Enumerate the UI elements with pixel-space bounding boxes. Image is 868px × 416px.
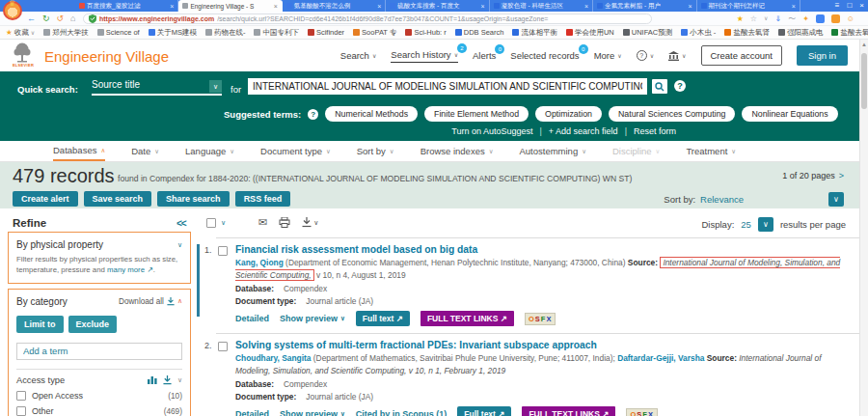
filter-databases[interactable]: Databases∧ xyxy=(53,141,105,161)
full-text-links-button[interactable]: FULL TEXT LINKS ↗ xyxy=(522,406,615,416)
bookmark-item[interactable]: Sci-Hub: r xyxy=(405,28,446,37)
suggested-term-pill[interactable]: Natural Sciences Computing xyxy=(609,106,735,122)
search-field-select[interactable]: Source title ∨ xyxy=(92,79,222,96)
chevron-down-icon[interactable]: ∨ xyxy=(177,376,182,384)
exclude-button[interactable]: Exclude xyxy=(68,316,118,333)
suggested-term-pill[interactable]: Numerical Methods xyxy=(325,106,418,122)
chevron-down-icon[interactable]: ∨ xyxy=(221,219,226,227)
reset-form-link[interactable]: Reset form xyxy=(634,126,676,136)
full-text-button[interactable]: Full text ↗ xyxy=(457,406,511,416)
nav-search[interactable]: Search∨ xyxy=(340,50,377,61)
create-alert-button[interactable]: Create alert xyxy=(13,191,78,207)
refresh-icon[interactable]: ↻ xyxy=(42,13,50,25)
bookmark-item[interactable]: 强阳惠成电 xyxy=(778,28,824,38)
suggested-term-pill[interactable]: Optimization xyxy=(535,106,602,122)
search-help-icon[interactable]: ? xyxy=(674,80,686,92)
author-link[interactable]: Choudhary, Sangita xyxy=(235,353,311,363)
display-count-link[interactable]: 25 xyxy=(741,219,751,230)
tab-close-icon[interactable]: × xyxy=(274,3,278,10)
cited-by-scopus-link[interactable]: Cited by in Scopus (1) xyxy=(356,409,448,416)
bookmark-item[interactable]: 中国专利下 xyxy=(254,28,299,38)
search-query-input[interactable] xyxy=(248,78,647,95)
browser-tab[interactable]: 氨基酸酸不溶怎么例× xyxy=(283,0,386,12)
download-all-link[interactable]: Download all∧ xyxy=(119,297,182,306)
bookmark-item[interactable]: SooPAT 专 xyxy=(353,28,396,38)
add-term-input[interactable] xyxy=(16,343,182,360)
result-title-link[interactable]: Financial risk assessment model based on… xyxy=(235,244,855,255)
nav-more[interactable]: More∨ xyxy=(594,50,622,61)
full-text-links-button[interactable]: FULL TEXT LINKS ↗ xyxy=(420,311,514,326)
smiley-icon[interactable]: ☺ xyxy=(847,13,854,25)
bookmark-item[interactable]: 小木虫 - xyxy=(681,28,716,38)
share-search-button[interactable]: Share search xyxy=(157,191,230,207)
select-all-checkbox[interactable] xyxy=(206,218,216,228)
download-menu[interactable]: ∨ xyxy=(302,217,318,228)
bookmark-item[interactable]: 学会使用UN xyxy=(566,28,614,38)
scrollbar-thumb[interactable] xyxy=(861,53,867,109)
filter-language[interactable]: Language∨ xyxy=(185,141,234,161)
nav-institution[interactable]: ∨ xyxy=(668,51,686,61)
filter-date[interactable]: Date∨ xyxy=(131,141,159,161)
bookmark-item[interactable]: Science of xyxy=(97,28,140,37)
show-preview-link[interactable]: Show preview∨ xyxy=(280,314,345,323)
nav-alerts[interactable]: Alerts0 xyxy=(473,50,496,61)
email-icon[interactable]: ✉ xyxy=(258,216,267,229)
facet-open-access[interactable]: Open Access(10) xyxy=(16,391,182,401)
sort-value-link[interactable]: Relevance xyxy=(700,194,744,205)
result-checkbox[interactable] xyxy=(218,246,228,256)
autosuggest-toggle-link[interactable]: Turn on AutoSuggest xyxy=(451,126,532,136)
elsevier-logo[interactable]: ELSEVIER Engineering Village xyxy=(12,42,169,68)
author-link[interactable]: Kang, Qiong xyxy=(235,258,284,267)
tab-close-icon[interactable]: × xyxy=(170,3,174,10)
filter-autostemming[interactable]: Autostemming∨ xyxy=(519,141,586,161)
facet-other[interactable]: Other(469) xyxy=(16,406,182,416)
show-preview-link[interactable]: Show preview∨ xyxy=(280,409,345,416)
result-title-link[interactable]: Solving systems of multi-term fractional… xyxy=(235,340,855,350)
sidebar-scrollbar-thumb[interactable] xyxy=(197,244,200,317)
downloads-icon[interactable]: ⇓ xyxy=(774,13,781,25)
window-maximize-icon[interactable]: □ xyxy=(847,0,852,12)
filter-treatment[interactable]: Treatment∨ xyxy=(686,141,736,161)
home-icon[interactable]: ⌂ xyxy=(70,13,75,25)
bookmark-item[interactable]: 盐酸去氧肾 xyxy=(831,28,868,38)
save-search-button[interactable]: Save search xyxy=(84,191,152,207)
chevron-up-icon[interactable]: ∧ xyxy=(177,297,182,305)
chevron-down-icon[interactable]: ∨ xyxy=(209,80,222,93)
bookmark-item[interactable]: UNIFAC预测 xyxy=(623,28,673,38)
bookmark-item[interactable]: 药物在线- xyxy=(205,28,246,38)
chevron-down-icon[interactable]: ∨ xyxy=(764,13,768,25)
undo-icon[interactable]: ↺ xyxy=(57,13,65,25)
nav-search-history[interactable]: Search History∨2 xyxy=(391,49,458,63)
tab-close-icon[interactable]: × xyxy=(481,3,485,10)
display-dropdown-button[interactable]: ∨ xyxy=(758,217,773,232)
add-search-field-link[interactable]: + Add search field xyxy=(549,126,618,136)
favorite-star-icon[interactable]: ★ xyxy=(737,13,744,25)
help-icon[interactable]: ? xyxy=(308,109,318,120)
print-icon[interactable] xyxy=(279,217,290,228)
browser-tab[interactable]: 凝胶色谱 - 科研生活区× xyxy=(490,0,593,12)
browser-tab[interactable]: 硫酸文库搜索 - 百度文× xyxy=(386,0,489,12)
chevron-down-icon[interactable]: ∨ xyxy=(177,241,182,249)
tab-close-icon[interactable]: × xyxy=(584,3,588,10)
tab-close-icon[interactable]: × xyxy=(688,3,692,10)
result-checkbox[interactable] xyxy=(218,342,228,351)
limit-to-button[interactable]: Limit to xyxy=(16,316,64,333)
search-button[interactable] xyxy=(652,79,667,94)
full-text-button[interactable]: Full text ↗ xyxy=(356,311,410,326)
sfx-link-resolver-button[interactable]: OSFX xyxy=(525,313,556,325)
bookmark-star-icon[interactable]: ☆ xyxy=(750,13,757,25)
bookmark-item[interactable]: 关于MS建模 xyxy=(149,28,197,38)
tab-close-icon[interactable]: × xyxy=(792,3,796,10)
detailed-link[interactable]: Detailed xyxy=(235,314,269,323)
bar-chart-icon[interactable] xyxy=(148,375,157,384)
collapse-sidebar-button[interactable]: << xyxy=(176,218,186,229)
rss-feed-button[interactable]: RSS feed xyxy=(235,191,291,207)
scroll-up-icon[interactable]: ▲ xyxy=(860,40,868,47)
bookmark-item[interactable]: 郑州大学技 xyxy=(43,28,89,38)
filter-browse-indexes[interactable]: Browse indexes∨ xyxy=(420,141,494,161)
browser-tab-active[interactable]: Engineering Village - S× xyxy=(178,0,282,12)
next-page-icon[interactable]: > xyxy=(839,171,844,180)
suggested-term-pill[interactable]: Nonlinear Equations xyxy=(742,106,837,122)
window-menu-icon[interactable]: ≡ xyxy=(835,0,840,12)
filter-document-type[interactable]: Document type∨ xyxy=(260,141,331,161)
